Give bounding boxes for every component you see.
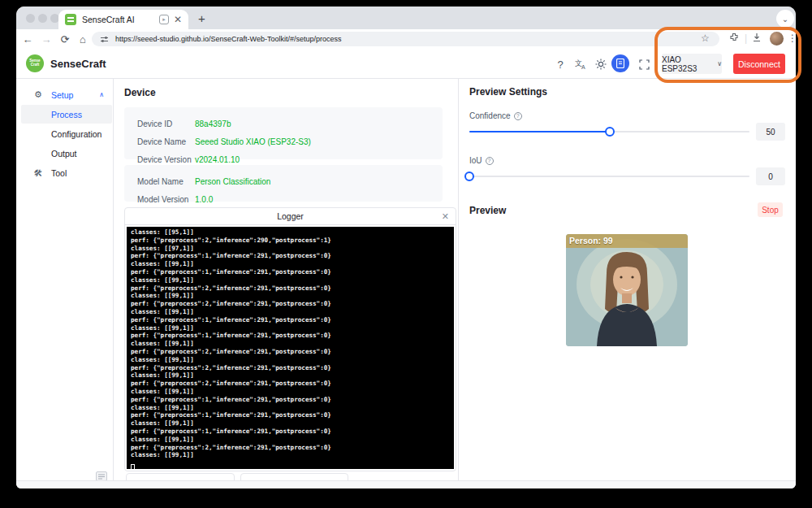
device-select-value: XIAO ESP32S3 — [662, 55, 713, 73]
logger-line: perf: {"preprocess":1,"inference":291,"p… — [131, 411, 454, 419]
person-photo — [566, 234, 688, 346]
logger-line: perf: {"preprocess":1,"inference":291,"p… — [131, 396, 454, 404]
sidebar-item-configuration[interactable]: Configuration — [21, 124, 112, 143]
window-close-button[interactable] — [26, 14, 35, 23]
logger-line: classes: [[99,1]] — [131, 324, 454, 332]
sidebar-tool-label: Tool — [51, 168, 67, 178]
iou-label: IoU ? — [469, 156, 494, 165]
download-icon[interactable] — [752, 33, 762, 42]
logger-line: perf: {"preprocess":2,"inference":291,"p… — [131, 300, 454, 308]
browser-toolbar: ← → ⟳ ⌂ https://seeed-studio.github.io/S… — [16, 29, 796, 49]
forward-icon[interactable]: → — [39, 32, 54, 46]
stop-button[interactable]: Stop — [758, 202, 783, 217]
logger-line: perf: {"preprocess":1,"inference":291,"p… — [131, 252, 454, 260]
language-icon[interactable]: 文A — [572, 56, 589, 72]
tab-search-icon[interactable]: ⌄ — [776, 10, 794, 28]
logger-line: classes: [[99,1]] — [131, 356, 454, 364]
model-info-row: Model NamePerson Classification — [124, 172, 443, 190]
logger-terminal[interactable]: classes: [[95,1]]perf: {"preprocess":2,"… — [127, 227, 454, 469]
device-panel: Device Device ID88a4397bDevice NameSeeed… — [114, 79, 459, 480]
tab-close-icon[interactable]: ✕ — [174, 15, 182, 24]
sidebar-item-tool[interactable]: 🛠︎ Tool — [21, 163, 112, 182]
iou-slider-track[interactable] — [469, 176, 749, 177]
preview-panel: Preview Settings Confidence ? 50 IoU ? 0 — [459, 79, 796, 480]
logger-line: classes: [[99,1]] — [131, 388, 454, 396]
logger-line: perf: {"preprocess":1,"inference":291,"p… — [131, 428, 454, 436]
preview-settings-title: Preview Settings — [469, 86, 547, 98]
tab-strip: SenseCraft AI ▸ ✕ + ⌄ — [16, 7, 796, 29]
device-info-card: Device ID88a4397bDevice NameSeeed Studio… — [124, 107, 443, 159]
detection-label: Person: 99 — [566, 234, 688, 248]
svg-text:A: A — [581, 64, 585, 70]
logger-line: perf: {"preprocess":2,"inference":291,"p… — [131, 348, 454, 356]
iou-help-icon[interactable]: ? — [486, 157, 494, 165]
disconnect-button[interactable]: Disconnect — [733, 54, 785, 74]
logger-line: perf: {"preprocess":1,"inference":291,"p… — [131, 268, 454, 276]
preview-title: Preview — [469, 205, 506, 216]
confidence-help-icon[interactable]: ? — [514, 112, 522, 120]
browser-profile-avatar[interactable] — [770, 32, 784, 46]
model-info-row: Model Version1.0.0 — [124, 190, 443, 208]
sensecraft-logo: Sense Craft — [26, 54, 44, 72]
confidence-slider[interactable] — [469, 127, 749, 137]
iou-slider-handle[interactable] — [464, 172, 474, 181]
app-header: Sense Craft SenseCraft ? 文A XIAO ESP32S3… — [16, 49, 796, 79]
logger-line: classes: [[99,1]] — [131, 419, 454, 428]
chevron-up-icon: ∧ — [99, 91, 104, 98]
back-icon[interactable]: ← — [20, 32, 35, 46]
logger-line: perf: {"preprocess":1,"inference":291,"p… — [131, 316, 454, 324]
main-content: ⚙ Setup ∧ ProcessConfigurationOutput 🛠︎ … — [16, 79, 796, 480]
terminal-cursor — [131, 464, 135, 469]
logger-line: classes: [[99,1]] — [131, 371, 454, 380]
logger-line: classes: [[99,1]] — [131, 292, 454, 300]
sidebar-item-setup[interactable]: ⚙ Setup ∧ — [21, 85, 112, 104]
app-brand: SenseCraft — [50, 58, 106, 70]
site-settings-icon[interactable] — [100, 35, 109, 44]
logger-line: perf: {"preprocess":2,"inference":290,"p… — [131, 237, 454, 245]
logger-line: classes: [[99,1]] — [131, 404, 454, 412]
extensions-icon[interactable] — [729, 33, 739, 42]
logger-line: classes: [[99,1]] — [131, 436, 454, 444]
logger-title: Logger — [125, 211, 456, 221]
confidence-slider-handle[interactable] — [605, 127, 615, 137]
theme-sun-icon[interactable] — [593, 56, 609, 72]
sidebar-item-process[interactable]: Process — [21, 105, 112, 124]
tab-favicon-icon — [65, 14, 76, 25]
confidence-value[interactable]: 50 — [756, 123, 785, 141]
logger-line: classes: [[99,1]] — [131, 276, 454, 284]
chevron-down-icon: ∨ — [717, 60, 722, 67]
logger-line: classes: [[99,1]] — [131, 260, 454, 268]
tab-title: SenseCraft AI — [82, 15, 159, 24]
confidence-slider-fill — [469, 131, 610, 132]
logger-line: perf: {"preprocess":2,"inference":291,"p… — [131, 444, 454, 452]
address-bar[interactable]: https://seeed-studio.github.io/SenseCraf… — [92, 32, 719, 46]
bookmark-star-icon[interactable]: ☆ — [701, 33, 710, 44]
logger-line: classes: [[99,1]] — [131, 451, 454, 459]
device-info-row: Device NameSeeed Studio XIAO (ESP32-S3) — [124, 132, 443, 150]
iou-slider[interactable] — [469, 172, 749, 181]
device-select-dropdown[interactable]: XIAO ESP32S3 ∨ — [662, 54, 722, 74]
reload-icon[interactable]: ⟳ — [58, 32, 72, 46]
browser-tab[interactable]: SenseCraft AI ▸ ✕ — [58, 10, 188, 29]
logger-line: perf: {"preprocess":2,"inference":291,"p… — [131, 380, 454, 388]
document-badge-icon[interactable] — [611, 54, 629, 72]
preview-image: Person: 99 — [566, 234, 688, 346]
toolbar-divider: | — [745, 33, 747, 44]
window-minimize-button[interactable] — [38, 14, 47, 23]
new-tab-button[interactable]: + — [198, 11, 205, 25]
logger-panel: Logger ✕ classes: [[95,1]]perf: {"prepro… — [124, 207, 456, 471]
browser-menu-icon[interactable]: ⋮ — [788, 33, 796, 44]
logger-close-icon[interactable]: ✕ — [442, 211, 449, 222]
browser-window: SenseCraft AI ▸ ✕ + ⌄ ← → ⟳ ⌂ https://se… — [16, 7, 796, 488]
fullscreen-icon[interactable] — [636, 56, 652, 72]
iou-value[interactable]: 0 — [756, 167, 785, 185]
tab-audio-icon: ▸ — [159, 15, 169, 24]
page-bottom-strip — [16, 480, 796, 488]
help-button[interactable]: ? — [552, 56, 568, 72]
home-icon[interactable]: ⌂ — [76, 32, 90, 46]
logger-line: classes: [[99,1]] — [131, 340, 454, 348]
logger-line: classes: [[97,1]] — [131, 245, 454, 253]
logger-line: classes: [[99,1]] — [131, 308, 454, 316]
logger-header: Logger ✕ — [125, 208, 456, 225]
sidebar-item-output[interactable]: Output — [21, 144, 112, 163]
